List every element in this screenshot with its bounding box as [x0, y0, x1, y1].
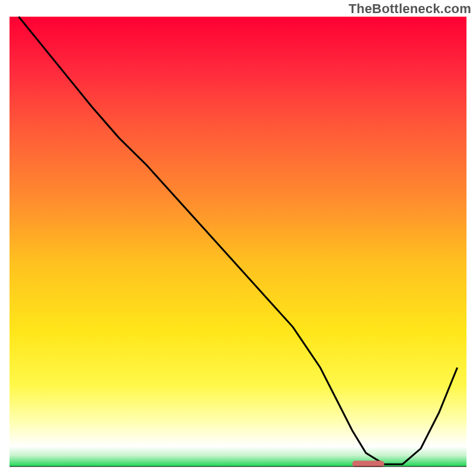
gradient-background — [10, 17, 466, 466]
bottleneck-chart: TheBottleneck.com — [0, 0, 476, 476]
optimum-marker — [352, 461, 384, 467]
plot-area — [10, 17, 466, 467]
watermark-text: TheBottleneck.com — [349, 1, 471, 17]
chart-canvas — [0, 0, 476, 476]
